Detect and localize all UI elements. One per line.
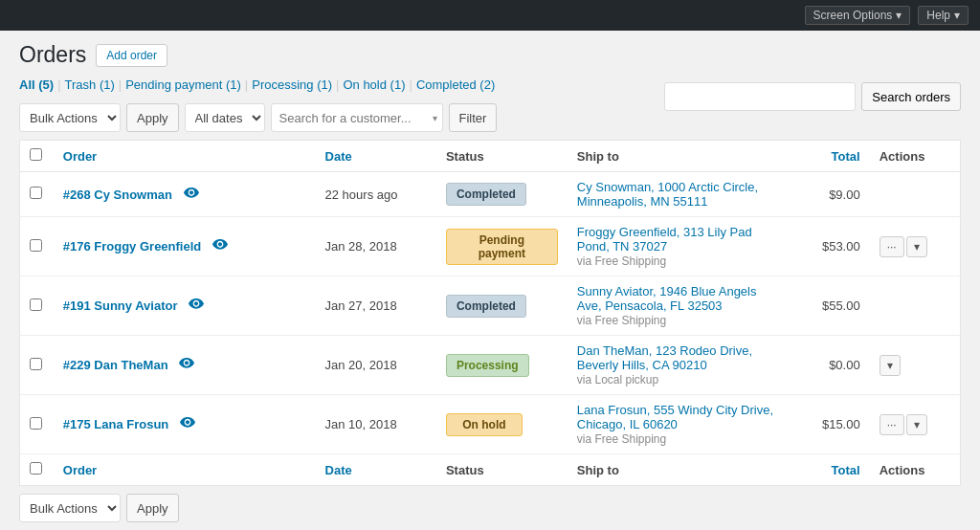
orders-table: Order Date Status Ship to Total	[19, 140, 961, 486]
date-cell: Jan 10, 2018	[316, 395, 436, 454]
row-checkbox-4[interactable]	[30, 417, 42, 430]
select-all-header	[20, 141, 54, 172]
status-badge: Processing	[446, 354, 529, 377]
footer-status-col: Status	[436, 454, 568, 486]
order-link[interactable]: #229 Dan TheMan	[63, 358, 168, 372]
sublink-processing[interactable]: Processing (1)	[252, 77, 332, 92]
footer-select-all-checkbox[interactable]	[30, 462, 42, 475]
ellipsis-button[interactable]: ···	[880, 236, 904, 257]
order-cell: #191 Sunny Aviator	[54, 276, 316, 336]
ship-to-cell: Cy Snowman, 1000 Arctic Circle, Minneapo…	[568, 172, 790, 217]
ship-via-text: via Free Shipping	[577, 254, 666, 268]
customer-search-wrap: ▾	[271, 103, 443, 132]
order-cell: #175 Lana Frosun	[54, 395, 316, 454]
sublink-on-hold[interactable]: On hold (1)	[343, 77, 405, 92]
add-order-button[interactable]: Add order	[96, 44, 167, 67]
ship-via-text: via Free Shipping	[577, 314, 666, 327]
footer-date-col[interactable]: Date	[316, 454, 436, 486]
total-cell: $15.00	[789, 395, 869, 454]
ship-to-link[interactable]: Cy Snowman, 1000 Arctic Circle, Minneapo…	[577, 180, 758, 209]
total-cell: $53.00	[789, 217, 869, 276]
sublink-pending[interactable]: Pending payment (1)	[125, 77, 241, 92]
screen-options-chevron-icon: ▾	[896, 9, 902, 22]
footer-ship-col: Ship to	[568, 454, 790, 486]
row-checkbox-0[interactable]	[30, 187, 42, 199]
row-checkbox-2[interactable]	[30, 298, 42, 311]
actions-cell: ···▾	[870, 217, 961, 276]
table-row: #176 Froggy Greenfield Jan 28, 2018Pendi…	[20, 217, 961, 276]
select-all-checkbox[interactable]	[30, 148, 42, 161]
ship-to-link[interactable]: Froggy Greenfield, 313 Lily Pad Pond, TN…	[577, 225, 752, 254]
screen-options-button[interactable]: Screen Options ▾	[805, 6, 911, 25]
order-link[interactable]: #191 Sunny Aviator	[63, 298, 178, 313]
search-orders-button[interactable]: Search orders	[861, 82, 961, 111]
date-cell: Jan 28, 2018	[316, 217, 436, 276]
ship-col-header: Ship to	[568, 141, 790, 172]
status-cell: Pending payment	[436, 217, 568, 276]
total-cell: $55.00	[789, 276, 869, 336]
customer-search-input[interactable]	[271, 103, 443, 132]
row-checkbox-3[interactable]	[30, 358, 42, 370]
order-link[interactable]: #268 Cy Snowman	[63, 188, 172, 202]
toolbar: Bulk Actions Apply All dates ▾ Filter	[19, 103, 497, 132]
status-badge: Completed	[446, 295, 526, 318]
title-row: Orders Add order	[19, 42, 497, 68]
footer-total-col[interactable]: Total	[789, 454, 869, 486]
status-badge: On hold	[446, 413, 523, 436]
footer-order-col[interactable]: Order	[54, 454, 316, 486]
table-foot: Order Date Status Ship to Total	[20, 454, 961, 486]
row-checkbox-1[interactable]	[30, 239, 42, 252]
actions-cell	[870, 276, 961, 336]
sublink-trash[interactable]: Trash (1)	[65, 77, 115, 92]
bulk-actions-select[interactable]: Bulk Actions	[19, 103, 121, 132]
actions-col-header: Actions	[870, 141, 961, 172]
order-link[interactable]: #175 Lana Frosun	[63, 417, 169, 431]
search-orders-input[interactable]	[664, 82, 856, 111]
ship-to-cell: Froggy Greenfield, 313 Lily Pad Pond, TN…	[568, 217, 790, 276]
action-buttons: ···▾	[880, 414, 950, 435]
bottom-bulk-actions-select[interactable]: Bulk Actions	[19, 494, 121, 522]
filter-button[interactable]: Filter	[449, 103, 498, 132]
eye-icon	[189, 298, 204, 313]
screen-options-label: Screen Options	[813, 9, 893, 22]
eye-icon	[179, 358, 194, 372]
chevron-down-button[interactable]: ▾	[906, 414, 927, 435]
status-cell: Completed	[436, 276, 568, 336]
chevron-down-button[interactable]: ▾	[880, 355, 901, 376]
status-badge: Completed	[446, 183, 526, 206]
ship-to-cell: Sunny Aviator, 1946 Blue Angels Ave, Pen…	[568, 276, 790, 336]
status-cell: Completed	[436, 172, 568, 217]
eye-icon	[180, 417, 195, 431]
ship-to-cell: Dan TheMan, 123 Rodeo Drive, Beverly Hil…	[568, 336, 790, 395]
actions-cell: ▾	[870, 336, 961, 395]
ellipsis-button[interactable]: ···	[880, 414, 904, 435]
bottom-toolbar: Bulk Actions Apply	[19, 494, 961, 522]
help-label: Help	[926, 9, 950, 22]
footer-select-all-header	[20, 454, 54, 486]
sublink-all[interactable]: All (5)	[19, 77, 54, 92]
eye-icon	[212, 239, 228, 254]
actions-cell: ···▾	[870, 395, 961, 454]
bottom-apply-button[interactable]: Apply	[126, 494, 179, 522]
date-cell: Jan 27, 2018	[316, 276, 436, 336]
sublink-completed[interactable]: Completed (2)	[416, 77, 495, 92]
table-head: Order Date Status Ship to Total	[20, 141, 961, 172]
date-col-header[interactable]: Date	[316, 141, 436, 172]
status-cell: On hold	[436, 395, 568, 454]
ship-to-link[interactable]: Lana Frosun, 555 Windy City Drive, Chica…	[577, 403, 773, 431]
actions-cell	[870, 172, 961, 217]
apply-button-top[interactable]: Apply	[126, 103, 179, 132]
total-col-header[interactable]: Total	[789, 141, 869, 172]
order-col-header[interactable]: Order	[54, 141, 316, 172]
ship-to-link[interactable]: Sunny Aviator, 1946 Blue Angels Ave, Pen…	[577, 284, 757, 313]
help-button[interactable]: Help ▾	[918, 6, 969, 25]
sublinks-nav: All (5) | Trash (1) | Pending payment (1…	[19, 77, 497, 92]
order-link[interactable]: #176 Froggy Greenfield	[63, 239, 202, 254]
footer-actions-col: Actions	[870, 454, 961, 486]
order-cell: #268 Cy Snowman	[54, 172, 316, 217]
search-orders-section: Search orders	[664, 82, 961, 111]
ship-to-link[interactable]: Dan TheMan, 123 Rodeo Drive, Beverly Hil…	[577, 343, 752, 372]
chevron-down-button[interactable]: ▾	[906, 236, 927, 257]
page-title: Orders	[19, 42, 86, 68]
all-dates-select[interactable]: All dates	[185, 103, 265, 132]
